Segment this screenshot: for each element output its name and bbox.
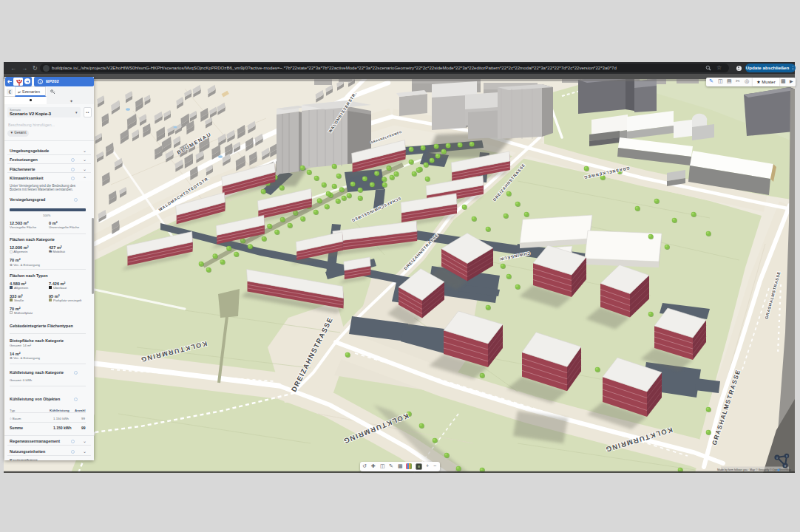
svg-text:S: S xyxy=(786,455,787,458)
svg-text:Made by form follows you · Map: Made by form follows you · Map © Geoapif… xyxy=(717,468,791,471)
svg-text:O: O xyxy=(776,457,778,460)
